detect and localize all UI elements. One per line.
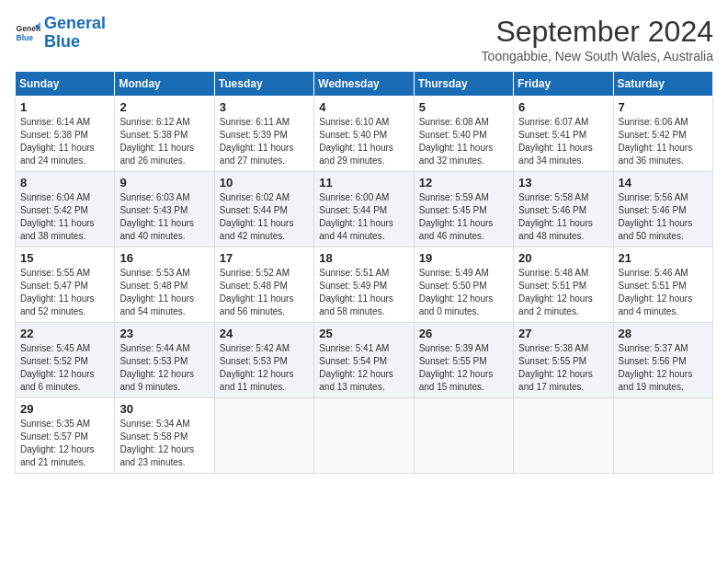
day-info: Sunrise: 5:49 AM Sunset: 5:50 PM Dayligh…	[419, 267, 508, 318]
week-row-2: 8Sunrise: 6:04 AM Sunset: 5:42 PM Daylig…	[16, 172, 713, 247]
calendar-cell: 12Sunrise: 5:59 AM Sunset: 5:45 PM Dayli…	[414, 172, 513, 247]
day-info: Sunrise: 5:52 AM Sunset: 5:48 PM Dayligh…	[220, 267, 309, 318]
day-number: 24	[220, 327, 309, 340]
logo-text: General Blue	[44, 15, 106, 52]
day-info: Sunrise: 6:07 AM Sunset: 5:41 PM Dayligh…	[518, 116, 608, 167]
day-info: Sunrise: 5:41 AM Sunset: 5:54 PM Dayligh…	[319, 342, 408, 394]
calendar-cell: 15Sunrise: 5:55 AM Sunset: 5:47 PM Dayli…	[16, 247, 115, 323]
calendar-cell: 7Sunrise: 6:06 AM Sunset: 5:42 PM Daylig…	[613, 97, 712, 172]
calendar-cell: 30Sunrise: 5:34 AM Sunset: 5:58 PM Dayli…	[115, 398, 214, 474]
calendar-cell: 23Sunrise: 5:44 AM Sunset: 5:53 PM Dayli…	[115, 323, 214, 398]
day-info: Sunrise: 6:06 AM Sunset: 5:42 PM Dayligh…	[619, 116, 708, 167]
calendar-cell	[613, 398, 712, 474]
day-info: Sunrise: 6:08 AM Sunset: 5:40 PM Dayligh…	[419, 116, 508, 167]
day-info: Sunrise: 5:48 AM Sunset: 5:51 PM Dayligh…	[518, 267, 608, 318]
day-info: Sunrise: 6:02 AM Sunset: 5:44 PM Dayligh…	[220, 191, 309, 243]
day-info: Sunrise: 5:56 AM Sunset: 5:46 PM Dayligh…	[619, 191, 708, 243]
day-info: Sunrise: 5:34 AM Sunset: 5:58 PM Dayligh…	[119, 418, 209, 469]
day-info: Sunrise: 5:58 AM Sunset: 5:46 PM Dayligh…	[518, 191, 608, 243]
day-number: 14	[619, 176, 708, 190]
calendar-cell: 4Sunrise: 6:10 AM Sunset: 5:40 PM Daylig…	[314, 97, 414, 172]
calendar-cell: 8Sunrise: 6:04 AM Sunset: 5:42 PM Daylig…	[16, 172, 115, 247]
week-row-3: 15Sunrise: 5:55 AM Sunset: 5:47 PM Dayli…	[16, 247, 713, 323]
day-number: 18	[319, 251, 408, 265]
calendar-cell: 27Sunrise: 5:38 AM Sunset: 5:55 PM Dayli…	[514, 323, 613, 398]
day-number: 26	[419, 327, 508, 340]
day-info: Sunrise: 5:46 AM Sunset: 5:51 PM Dayligh…	[619, 267, 708, 318]
calendar-cell	[314, 398, 414, 474]
day-number: 19	[419, 251, 508, 265]
day-info: Sunrise: 6:03 AM Sunset: 5:43 PM Dayligh…	[119, 191, 209, 243]
day-info: Sunrise: 6:10 AM Sunset: 5:40 PM Dayligh…	[319, 116, 408, 167]
weekday-header-row: SundayMondayTuesdayWednesdayThursdayFrid…	[16, 72, 713, 97]
calendar-cell: 13Sunrise: 5:58 AM Sunset: 5:46 PM Dayli…	[514, 172, 613, 247]
weekday-header-tuesday: Tuesday	[214, 72, 313, 97]
calendar-cell: 16Sunrise: 5:53 AM Sunset: 5:48 PM Dayli…	[115, 247, 214, 323]
day-info: Sunrise: 5:39 AM Sunset: 5:55 PM Dayligh…	[419, 342, 508, 394]
day-number: 29	[20, 402, 109, 416]
weekday-header-monday: Monday	[115, 72, 214, 97]
day-number: 30	[119, 402, 209, 416]
day-number: 28	[619, 327, 708, 340]
month-title: September 2024	[482, 15, 713, 49]
day-number: 10	[220, 176, 309, 190]
day-number: 11	[319, 176, 408, 190]
calendar-cell: 5Sunrise: 6:08 AM Sunset: 5:40 PM Daylig…	[414, 97, 513, 172]
day-number: 23	[119, 327, 209, 340]
day-info: Sunrise: 5:59 AM Sunset: 5:45 PM Dayligh…	[419, 191, 508, 243]
calendar-cell	[214, 398, 313, 474]
day-number: 22	[20, 327, 109, 340]
weekday-header-saturday: Saturday	[613, 72, 712, 97]
day-number: 6	[518, 100, 608, 114]
calendar-cell: 21Sunrise: 5:46 AM Sunset: 5:51 PM Dayli…	[613, 247, 712, 323]
weekday-header-sunday: Sunday	[16, 72, 115, 97]
day-info: Sunrise: 6:14 AM Sunset: 5:38 PM Dayligh…	[20, 116, 109, 167]
title-area: September 2024 Toongabbie, New South Wal…	[482, 15, 713, 63]
calendar-cell: 29Sunrise: 5:35 AM Sunset: 5:57 PM Dayli…	[16, 398, 115, 474]
day-number: 1	[20, 100, 109, 114]
day-info: Sunrise: 5:55 AM Sunset: 5:47 PM Dayligh…	[20, 267, 109, 318]
calendar-cell: 20Sunrise: 5:48 AM Sunset: 5:51 PM Dayli…	[514, 247, 613, 323]
day-number: 21	[619, 251, 708, 265]
day-info: Sunrise: 6:11 AM Sunset: 5:39 PM Dayligh…	[220, 116, 309, 167]
day-info: Sunrise: 6:00 AM Sunset: 5:44 PM Dayligh…	[319, 191, 408, 243]
location: Toongabbie, New South Wales, Australia	[482, 49, 713, 63]
calendar-cell: 17Sunrise: 5:52 AM Sunset: 5:48 PM Dayli…	[214, 247, 313, 323]
logo-icon: General Blue	[15, 20, 40, 46]
day-info: Sunrise: 5:38 AM Sunset: 5:55 PM Dayligh…	[518, 342, 608, 394]
day-info: Sunrise: 5:44 AM Sunset: 5:53 PM Dayligh…	[119, 342, 209, 394]
day-info: Sunrise: 5:35 AM Sunset: 5:57 PM Dayligh…	[20, 418, 109, 469]
day-number: 16	[119, 251, 209, 265]
calendar-table: SundayMondayTuesdayWednesdayThursdayFrid…	[15, 71, 713, 474]
day-info: Sunrise: 6:04 AM Sunset: 5:42 PM Dayligh…	[20, 191, 109, 243]
calendar-cell: 6Sunrise: 6:07 AM Sunset: 5:41 PM Daylig…	[514, 97, 613, 172]
day-number: 2	[119, 100, 209, 114]
week-row-1: 1Sunrise: 6:14 AM Sunset: 5:38 PM Daylig…	[16, 97, 713, 172]
weekday-header-thursday: Thursday	[414, 72, 513, 97]
weekday-header-friday: Friday	[514, 72, 613, 97]
day-info: Sunrise: 6:12 AM Sunset: 5:38 PM Dayligh…	[119, 116, 209, 167]
calendar-cell: 2Sunrise: 6:12 AM Sunset: 5:38 PM Daylig…	[115, 97, 214, 172]
calendar-cell: 24Sunrise: 5:42 AM Sunset: 5:53 PM Dayli…	[214, 323, 313, 398]
calendar-cell: 26Sunrise: 5:39 AM Sunset: 5:55 PM Dayli…	[414, 323, 513, 398]
calendar-cell: 18Sunrise: 5:51 AM Sunset: 5:49 PM Dayli…	[314, 247, 414, 323]
day-info: Sunrise: 5:37 AM Sunset: 5:56 PM Dayligh…	[619, 342, 708, 394]
calendar-cell	[414, 398, 513, 474]
logo: General Blue General Blue	[15, 15, 106, 52]
calendar-cell: 9Sunrise: 6:03 AM Sunset: 5:43 PM Daylig…	[115, 172, 214, 247]
day-number: 7	[619, 100, 708, 114]
calendar-cell: 11Sunrise: 6:00 AM Sunset: 5:44 PM Dayli…	[314, 172, 414, 247]
logo-general: General	[44, 14, 106, 32]
day-number: 4	[319, 100, 408, 114]
day-number: 17	[220, 251, 309, 265]
calendar-cell: 19Sunrise: 5:49 AM Sunset: 5:50 PM Dayli…	[414, 247, 513, 323]
calendar-cell: 1Sunrise: 6:14 AM Sunset: 5:38 PM Daylig…	[16, 97, 115, 172]
day-number: 9	[119, 176, 209, 190]
day-info: Sunrise: 5:42 AM Sunset: 5:53 PM Dayligh…	[220, 342, 309, 394]
calendar-cell	[514, 398, 613, 474]
weekday-header-wednesday: Wednesday	[314, 72, 414, 97]
day-info: Sunrise: 5:45 AM Sunset: 5:52 PM Dayligh…	[20, 342, 109, 394]
day-number: 27	[518, 327, 608, 340]
calendar-cell: 14Sunrise: 5:56 AM Sunset: 5:46 PM Dayli…	[613, 172, 712, 247]
svg-text:Blue: Blue	[17, 33, 34, 42]
